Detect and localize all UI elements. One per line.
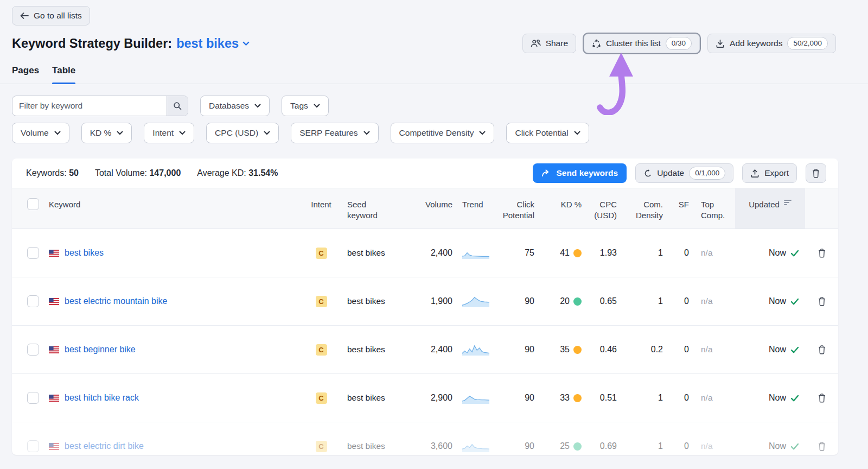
row-checkbox[interactable]: [27, 295, 39, 307]
chevron-down-icon: [574, 131, 580, 135]
cluster-this-list-button[interactable]: Cluster this list 0/30: [584, 34, 700, 53]
list-name-dropdown[interactable]: best bikes: [176, 36, 250, 51]
us-flag-icon: [49, 395, 59, 402]
search-icon: [173, 102, 182, 110]
share-button[interactable]: Share: [522, 34, 576, 53]
list-name-label: best bikes: [176, 36, 239, 51]
row-checkbox[interactable]: [27, 392, 39, 404]
keyword-link[interactable]: best bikes: [65, 248, 104, 258]
click-potential-value: 90: [497, 374, 535, 422]
volume-value: 2,400: [411, 326, 452, 373]
search-button[interactable]: [167, 96, 188, 116]
delete-row-button[interactable]: [815, 294, 828, 308]
kd-value: 41: [560, 248, 570, 258]
cluster-button-label: Cluster this list: [606, 39, 661, 48]
column-header-intent[interactable]: Intent: [305, 188, 337, 229]
table-actions: Send keywords Update 0/1,000 Export: [533, 163, 826, 183]
filter-intent-dropdown[interactable]: Intent: [144, 123, 194, 143]
us-flag-icon: [49, 298, 59, 305]
filter-volume-dropdown[interactable]: Volume: [12, 123, 69, 143]
tab-pages[interactable]: Pages: [12, 63, 39, 84]
cpc-value: 1.93: [583, 229, 618, 277]
seed-keyword-value: best bikes: [337, 277, 411, 325]
keyword-link[interactable]: best electric dirt bike: [65, 441, 144, 451]
column-header-top-comp[interactable]: Top Comp.: [690, 188, 735, 229]
column-header-com-density[interactable]: Com. Density: [618, 188, 664, 229]
column-header-sf[interactable]: SF: [664, 188, 690, 229]
update-button[interactable]: Update 0/1,000: [635, 163, 733, 183]
filter-serp-features-dropdown[interactable]: SERP Features: [291, 123, 378, 143]
add-keywords-button[interactable]: Add keywords 50/2,000: [707, 34, 836, 53]
filter-cpc-usd-dropdown[interactable]: CPC (USD): [206, 123, 279, 143]
delete-row-button[interactable]: [815, 343, 828, 357]
keyword-link[interactable]: best electric mountain bike: [65, 296, 167, 306]
filter-tags-dropdown[interactable]: Tags: [282, 96, 329, 116]
keyword-link[interactable]: best hitch bike rack: [65, 393, 139, 403]
share-users-icon: [531, 39, 541, 48]
table-body: best bikes C best bikes 2,400 75 41 1.93…: [12, 229, 838, 455]
column-header-click-potential[interactable]: Click Potential: [497, 188, 535, 229]
keywords-count: Keywords: 50: [26, 168, 79, 178]
row-checkbox[interactable]: [27, 344, 39, 356]
column-header-kd[interactable]: KD %: [535, 188, 583, 229]
top-competitor-value: n/a: [690, 229, 735, 277]
cluster-icon: [592, 39, 601, 48]
row-checkbox[interactable]: [27, 247, 39, 259]
filter-databases-dropdown[interactable]: Databases: [200, 96, 270, 116]
cpc-value: 0.51: [583, 374, 618, 422]
filter-click-potential-dropdown[interactable]: Click Potential: [506, 123, 589, 143]
chevron-down-icon: [314, 104, 320, 108]
delete-row-button[interactable]: [815, 439, 828, 453]
click-potential-value: 90: [497, 422, 535, 455]
select-all-checkbox[interactable]: [27, 198, 39, 210]
intent-badge-commercial: C: [316, 441, 327, 452]
column-header-volume[interactable]: Volume: [411, 188, 452, 229]
delete-row-button[interactable]: [815, 391, 828, 405]
trash-icon: [812, 168, 820, 178]
competitive-density-value: 1: [618, 422, 664, 455]
delete-list-button[interactable]: [806, 163, 826, 183]
competitive-density-value: 1: [618, 374, 664, 422]
kd-indicator-dot: [573, 394, 582, 402]
check-icon: [790, 250, 799, 257]
export-label: Export: [764, 168, 789, 178]
check-icon: [790, 443, 799, 450]
delete-row-button[interactable]: [815, 246, 828, 260]
table-row: best beginner bike C best bikes 2,400 90…: [12, 325, 838, 373]
column-header-trend[interactable]: Trend: [452, 188, 497, 229]
trend-sparkline: [452, 229, 497, 277]
tab-table[interactable]: Table: [52, 63, 75, 84]
trash-icon: [818, 393, 826, 403]
filter-competitive-density-dropdown[interactable]: Competitive Density: [391, 123, 495, 143]
filter-kd-dropdown[interactable]: KD %: [81, 123, 132, 143]
go-to-all-lists-button[interactable]: Go to all lists: [12, 6, 90, 26]
table-row: best electric dirt bike C best bikes 3,6…: [12, 422, 838, 455]
page-header: Go to all lists Keyword Strategy Builder…: [0, 0, 868, 53]
serp-features-value: 0: [664, 374, 690, 422]
export-button[interactable]: Export: [742, 163, 797, 183]
column-header-cpc[interactable]: CPC (USD): [583, 188, 618, 229]
updated-value: Now: [769, 296, 786, 306]
cpc-value: 0.46: [583, 326, 618, 373]
total-volume: Total Volume: 147,000: [95, 168, 181, 178]
chevron-down-icon: [242, 41, 250, 46]
search-input[interactable]: [12, 96, 167, 116]
column-header-updated[interactable]: Updated: [735, 188, 805, 229]
sort-icon: [784, 199, 792, 206]
keyword-strategy-builder-page: Go to all lists Keyword Strategy Builder…: [0, 0, 868, 469]
refresh-icon: [643, 169, 652, 178]
cpc-value: 0.69: [583, 422, 618, 455]
table-row: best electric mountain bike C best bikes…: [12, 277, 838, 325]
seed-keyword-value: best bikes: [337, 374, 411, 422]
click-potential-value: 90: [497, 326, 535, 373]
column-header-keyword[interactable]: Keyword: [46, 188, 305, 229]
kd-indicator-dot: [573, 297, 582, 306]
intent-badge-commercial: C: [316, 248, 327, 259]
table-row: best hitch bike rack C best bikes 2,900 …: [12, 373, 838, 422]
column-header-seed-keyword[interactable]: Seed keyword: [337, 188, 411, 229]
row-checkbox[interactable]: [27, 440, 39, 452]
updated-value: Now: [769, 248, 786, 258]
send-keywords-button[interactable]: Send keywords: [533, 163, 627, 183]
keyword-link[interactable]: best beginner bike: [65, 345, 136, 354]
chevron-down-icon: [479, 131, 486, 135]
